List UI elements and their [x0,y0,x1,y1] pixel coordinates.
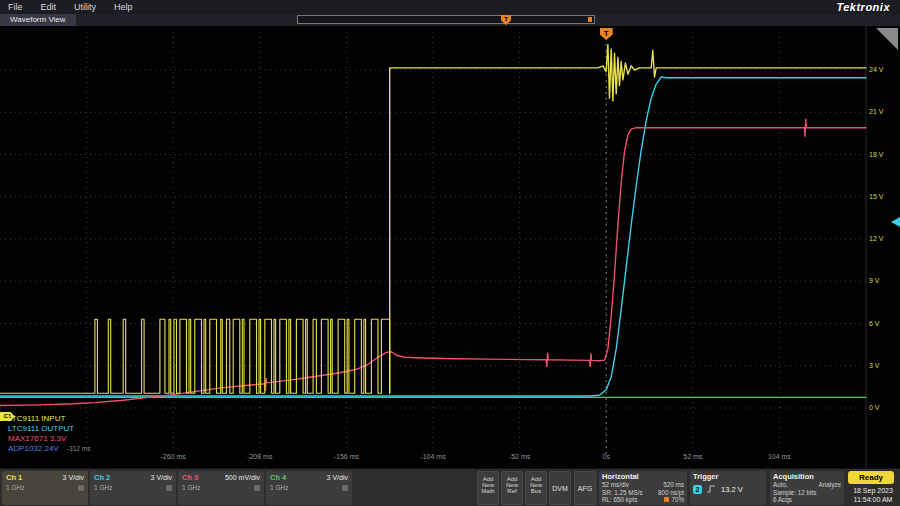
acquisition-mode: Auto, [773,481,788,489]
trigger-level-arrow-icon[interactable] [891,217,900,227]
menu-edit[interactable]: Edit [41,2,57,12]
ready-status-badge: Ready [848,471,894,484]
horizontal-pan-scrollbar[interactable]: T [297,15,595,24]
acquisition-panel[interactable]: Acquisition Auto, Analyze Sample: 12 bit… [770,471,844,505]
horizontal-sample-rate: SR: 1.25 MS/s [602,489,643,497]
add-new-math-button[interactable]: Add New Math [477,471,499,505]
horizontal-panel[interactable]: Horizontal 52 ms/div 520 ms SR: 1.25 MS/… [599,471,687,505]
trigger-position-icon [664,497,669,502]
acquisition-sample: Sample: 12 bits [773,489,816,497]
legend-ch2-label: LTC9111 OUTPUT [8,424,90,434]
rising-edge-icon [706,484,717,494]
trace-Ch1[interactable] [0,319,390,393]
menu-bar: File Edit Utility Help Tektronix [0,0,900,14]
probe-icon [254,485,260,491]
channel-bandwidth: 1 GHz [270,484,288,491]
channel-label: Ch 3 [182,473,198,482]
channel-badge-ch2[interactable]: Ch 2 3 V/div 1 GHz [90,471,176,505]
tektronix-logo: Tektronix [836,1,890,13]
horizontal-title: Horizontal [599,471,687,481]
legend-ch3-label: MAX17671 3.3V [8,434,90,444]
channel-scale: 3 V/div [63,474,84,481]
scrollbar-trigger-marker-icon[interactable]: T [501,15,511,25]
horizontal-record-length: RL: 650 kpts [602,496,637,504]
acquisition-analyze: Analyze [819,481,841,489]
waveform-plot[interactable] [0,26,900,468]
channel-badge-ch4[interactable]: Ch 4 3 V/div 1 GHz [266,471,352,505]
zoom-corner-handle-icon[interactable] [876,28,898,50]
bottom-settings-bar: Ch 1 3 V/div 1 GHz Ch 2 3 V/div 1 GHz Ch… [0,468,900,506]
add-new-bus-button[interactable]: Add New Bus [525,471,547,505]
menu-utility[interactable]: Utility [74,2,96,12]
channel-scale: 3 V/div [327,474,348,481]
trigger-level-value: 13.2 V [721,485,743,494]
acquisition-count: 6 Acqs [773,496,792,504]
trace-Ch1[interactable] [390,45,866,394]
channel-badge-ch3[interactable]: Ch 3 500 mV/div 1 GHz [178,471,264,505]
oscilloscope-screen: { "menu": {"items": ["File", "Edit", "Ut… [0,0,900,506]
tab-waveform-view[interactable]: Waveform View [0,14,76,26]
channel-scale: 500 mV/div [225,474,260,481]
horizontal-position: 70% [671,496,684,504]
horizontal-resolution: 800 ns/pt [658,489,684,497]
position-readout: -312 ms [67,445,90,452]
legend-ch1-label: LTC9111 INPUT [8,414,90,424]
probe-icon [166,485,172,491]
acquisition-title: Acquisition [770,471,844,481]
date-label: 18 Sep 2023 [848,486,898,495]
channel-label: Ch 2 [94,473,110,482]
channel-bandwidth: 1 GHz [6,484,24,491]
trigger-source-badge: 2 [693,485,702,494]
waveform-legend: LTC9111 INPUT LTC9111 OUTPUT MAX17671 3.… [8,414,90,454]
channel-bandwidth: 1 GHz [94,484,112,491]
menu-file[interactable]: File [8,2,23,12]
menu-help[interactable]: Help [114,2,133,12]
legend-ch4-label: ADP1032 24V [8,444,59,453]
dvm-button[interactable]: DVM [549,471,571,505]
probe-icon [342,485,348,491]
horizontal-window: 520 ms [663,481,684,489]
add-new-ref-button[interactable]: Add New Ref [501,471,523,505]
channel-label: Ch 1 [6,473,22,482]
trigger-panel[interactable]: Trigger 2 13.2 V [690,471,766,505]
trace-Ch2[interactable] [0,77,866,396]
channel-scale: 3 V/div [151,474,172,481]
channel-badge-ch1[interactable]: Ch 1 3 V/div 1 GHz [2,471,88,505]
view-tab-bar: Waveform View T [0,14,900,26]
probe-icon [78,485,84,491]
status-zone: Ready 18 Sep 2023 11:54:00 AM [848,471,898,504]
horizontal-scale: 52 ms/div [602,481,629,489]
scrollbar-right-handle[interactable] [588,17,592,22]
channel-label: Ch 4 [270,473,286,482]
time-label: 11:54:00 AM [848,495,898,504]
channel-bandwidth: 1 GHz [182,484,200,491]
trigger-title: Trigger [690,471,766,481]
waveform-display-area[interactable]: 24 V21 V18 V15 V12 V9 V6 V3 V0 V-260 ms-… [0,26,900,468]
afg-button[interactable]: AFG [574,471,596,505]
